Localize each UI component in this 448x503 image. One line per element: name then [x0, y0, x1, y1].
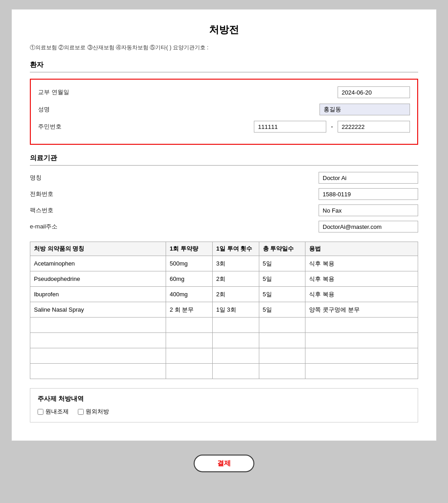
medical-field-row-1: 전화번호 [30, 188, 418, 200]
medical-field-row-0: 명칭 [30, 172, 418, 184]
medical-field-row-3: e-mail주소 [30, 221, 418, 233]
medical-value-1 [66, 188, 418, 200]
cell-name [30, 348, 166, 364]
injection-checkbox-1[interactable] [38, 409, 43, 415]
page-title: 처방전 [30, 23, 418, 37]
table-row [30, 348, 418, 364]
table-row [30, 364, 418, 379]
medical-value-2 [66, 204, 418, 216]
patient-section-title: 환자 [30, 61, 418, 72]
table-row [30, 318, 418, 333]
cell-freq [212, 364, 259, 379]
cell-days [259, 348, 305, 364]
cell-dose: 400mg [166, 287, 212, 302]
cell-freq [212, 348, 259, 364]
cell-days [259, 364, 305, 379]
name-row: 성명 [38, 103, 410, 116]
table-row: Pseudoephedrine 60mg 2회 5일 식후 복용 [30, 271, 418, 287]
col-days: 총 투약일수 [259, 242, 305, 256]
patient-info-box: 교부 연월일 성명 주민번호 - [30, 79, 418, 145]
medical-input-2[interactable] [319, 204, 418, 216]
cell-dose [166, 333, 212, 348]
cell-freq [212, 333, 259, 348]
cell-dose [166, 318, 212, 333]
cell-freq [212, 318, 259, 333]
medical-input-0[interactable] [319, 172, 418, 184]
cell-freq: 3회 [212, 256, 259, 271]
id-input-part1[interactable] [254, 121, 326, 133]
injection-option-1[interactable]: 원내조제 [38, 408, 69, 416]
cell-freq: 2회 [212, 287, 259, 302]
cell-dose: 2 회 분무 [166, 302, 212, 318]
medical-field-row-2: 팩스번호 [30, 204, 418, 216]
cell-freq: 1일 3회 [212, 302, 259, 318]
cell-method [305, 364, 418, 379]
id-label: 주민번호 [38, 123, 74, 131]
cell-name: Pseudoephedrine [30, 271, 166, 287]
cell-days: 5일 [259, 256, 305, 271]
medical-value-0 [66, 172, 418, 184]
medical-label-2: 팩스번호 [30, 206, 66, 214]
injection-option-label-1: 원내조제 [45, 408, 69, 416]
cell-method: 식후 복용 [305, 256, 418, 271]
id-input-part2[interactable] [338, 121, 410, 133]
cell-method [305, 318, 418, 333]
payment-area: 결제 [194, 455, 254, 472]
medical-label-3: e-mail주소 [30, 223, 66, 231]
cell-method [305, 333, 418, 348]
injection-title: 주사제 처방내역 [38, 395, 410, 403]
medical-section: 의료기관 명칭 전화번호 팩스번호 e-mail주소 [30, 154, 418, 233]
cell-name [30, 318, 166, 333]
cell-dose [166, 348, 212, 364]
cell-days: 5일 [259, 302, 305, 318]
medical-value-3 [66, 221, 418, 233]
cell-method: 식후 복용 [305, 287, 418, 302]
col-name: 처방 의약품의 명칭 [30, 242, 166, 256]
medical-label-0: 명칭 [30, 174, 66, 182]
name-input[interactable] [319, 104, 410, 115]
medical-input-3[interactable] [319, 221, 418, 233]
prescription-table-body: Acetaminophen 500mg 3회 5일 식후 복용 Pseudoep… [30, 256, 418, 379]
cell-name: Acetaminophen [30, 256, 166, 271]
cell-days [259, 318, 305, 333]
injection-checkbox-2[interactable] [78, 409, 84, 415]
cell-method [305, 348, 418, 364]
cell-name: Ibuprofen [30, 287, 166, 302]
injection-options: 원내조제 원외처방 [38, 408, 410, 416]
table-row: Saline Nasal Spray 2 회 분무 1일 3회 5일 양쪽 콧구… [30, 302, 418, 318]
table-header-row: 처방 의약품의 명칭 1회 투약량 1일 투여 횟수 총 투약일수 용법 [30, 242, 418, 256]
document: 처방전 ①의료보험 ②의료보로 ③산재보험 ④자동차보험 ⑤기타( ) 요양기관… [11, 9, 437, 441]
table-row: Ibuprofen 400mg 2회 5일 식후 복용 [30, 287, 418, 302]
injection-option-label-2: 원외처방 [86, 408, 109, 416]
injection-section: 주사제 처방내역 원내조제 원외처방 [30, 388, 418, 422]
col-dose: 1회 투약량 [166, 242, 212, 256]
date-input[interactable] [338, 86, 410, 98]
medical-section-title: 의료기관 [30, 154, 418, 166]
medical-fields: 명칭 전화번호 팩스번호 e-mail주소 [30, 172, 418, 233]
prescription-table: 처방 의약품의 명칭 1회 투약량 1일 투여 횟수 총 투약일수 용법 Ace… [30, 242, 418, 379]
cell-freq: 2회 [212, 271, 259, 287]
cell-days [259, 333, 305, 348]
insurance-line: ①의료보험 ②의료보로 ③산재보험 ④자동차보험 ⑤기타( ) 요양기관기호 : [30, 44, 418, 52]
medical-input-1[interactable] [319, 188, 418, 200]
injection-option-2[interactable]: 원외처방 [78, 408, 109, 416]
cell-dose: 500mg [166, 256, 212, 271]
date-label: 교부 연월일 [38, 88, 74, 96]
date-row: 교부 연월일 [38, 86, 410, 99]
cell-dose: 60mg [166, 271, 212, 287]
cell-method: 양쪽 콧구멍에 분무 [305, 302, 418, 318]
cell-name [30, 364, 166, 379]
col-method: 용법 [305, 242, 418, 256]
cell-days: 5일 [259, 287, 305, 302]
table-row [30, 333, 418, 348]
cell-name [30, 333, 166, 348]
page-wrapper: 처방전 ①의료보험 ②의료보로 ③산재보험 ④자동차보험 ⑤기타( ) 요양기관… [0, 9, 448, 472]
payment-button-text: 결제 [217, 459, 231, 468]
cell-days: 5일 [259, 271, 305, 287]
id-separator: - [331, 123, 333, 130]
cell-dose [166, 364, 212, 379]
cell-name: Saline Nasal Spray [30, 302, 166, 318]
payment-button[interactable]: 결제 [194, 455, 254, 472]
id-row: 주민번호 - [38, 120, 410, 133]
name-label: 성명 [38, 105, 74, 114]
